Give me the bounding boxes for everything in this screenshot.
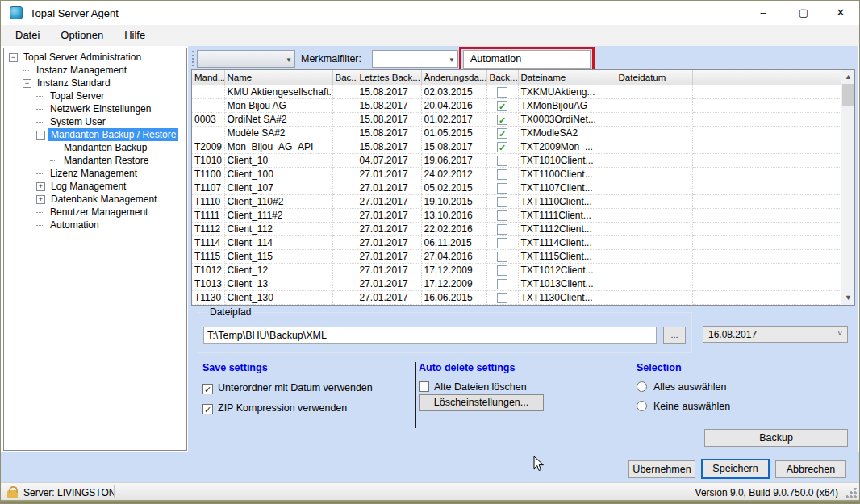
checkbox-icon[interactable] (419, 381, 429, 392)
table-cell (616, 153, 692, 167)
table-cell (332, 98, 357, 112)
tree-item-lizenz-management[interactable]: Lizenz Management (4, 167, 186, 180)
menu-item-optionen[interactable]: Optionen (50, 25, 114, 46)
tree-item-netzwerk-einstellungen[interactable]: Netzwerk Einstellungen (4, 102, 186, 115)
column-header-blank[interactable] (692, 70, 841, 85)
tree-item-datenbank-management[interactable]: +Datenbank Management (4, 193, 186, 206)
backup-checkbox[interactable] (497, 87, 507, 98)
backup-checkbox[interactable]: ✓ (497, 101, 507, 111)
menu-item-datei[interactable]: Datei (5, 25, 50, 46)
table-row[interactable]: Modèle SA#215.08.201701.05.2015✓TXModleS… (192, 126, 841, 140)
table-row[interactable]: T1115Client_11527.01.201727.04.2016TXT11… (192, 249, 841, 263)
tree-item-mandanten-backup[interactable]: Mandanten Backup (4, 141, 186, 154)
backup-checkbox[interactable] (497, 265, 507, 276)
backup-checkbox[interactable] (497, 183, 507, 194)
column-header--nderungsda-[interactable]: Änderungsda... (421, 70, 486, 85)
column-header-dateidatum[interactable]: Dateidatum (616, 70, 692, 85)
backup-checkbox[interactable]: ✓ (497, 128, 507, 139)
backup-checkbox[interactable] (497, 156, 507, 166)
backup-checkbox[interactable] (497, 210, 507, 221)
resize-grip[interactable] (846, 488, 857, 498)
radio-alles[interactable]: Alles auswählen (637, 379, 726, 394)
table-row[interactable]: T1012Client_1227.01.201717.12.2009TXT101… (192, 263, 841, 277)
date-dropdown[interactable]: 16.08.2017 ˅ (703, 326, 848, 343)
tree-item-log-management[interactable]: +Log Management (4, 180, 186, 193)
collapse-icon[interactable]: − (36, 131, 45, 140)
scroll-up-icon[interactable]: ▲ (841, 70, 855, 84)
radio-icon[interactable] (637, 401, 647, 411)
browse-button[interactable]: ... (663, 327, 686, 344)
dateipfad-input[interactable] (203, 327, 657, 344)
merkmalfilter-combobox[interactable]: ▼ (372, 50, 458, 68)
menu-item-hilfe[interactable]: Hilfe (114, 25, 156, 46)
tree-item-mandanten-backup-restore[interactable]: −Mandanten Backup / Restore (4, 128, 186, 141)
minimize-button[interactable]: – (748, 1, 779, 24)
backup-checkbox[interactable] (497, 252, 507, 262)
table-row[interactable]: T1107Client_10727.01.201705.02.2015TXT11… (192, 181, 841, 194)
table-row[interactable]: T1110Client_110#227.01.201719.10.2015TXT… (192, 194, 841, 208)
backup-checkbox[interactable] (497, 279, 507, 289)
checkbox-alte-dateien[interactable]: Alte Dateien löschen (419, 379, 527, 394)
radio-icon[interactable] (637, 381, 647, 392)
table-cell (616, 167, 692, 181)
close-button[interactable]: ✕ (825, 1, 856, 24)
table-row[interactable]: Mon Bijou AG15.08.201720.04.2016✓TXMonBi… (192, 98, 841, 112)
maximize-button[interactable]: ▢ (788, 1, 819, 24)
table-row[interactable]: T1112Client_11227.01.201722.02.2016TXT11… (192, 222, 841, 235)
backup-checkbox[interactable]: ✓ (497, 115, 507, 125)
save-button[interactable]: Speichern (701, 459, 770, 479)
table-row[interactable]: T1130Client_13027.01.201716.06.2015TXT11… (192, 290, 841, 304)
tree-item-mandanten-restore[interactable]: Mandanten Restore (4, 154, 186, 167)
divider (114, 485, 115, 498)
checkbox-zip[interactable]: ✓ZIP Kompression verwenden (202, 400, 347, 414)
backup-checkbox[interactable] (497, 169, 507, 180)
apply-button[interactable]: Übernehmen (628, 460, 695, 478)
collapse-icon[interactable]: − (9, 53, 18, 62)
table-cell (616, 222, 692, 235)
tree-item-topal-server-administration[interactable]: −Topal Server Administration (4, 51, 186, 64)
tree-item-instanz-standard[interactable]: −Instanz Standard (4, 77, 186, 90)
column-header-letztes-back-[interactable]: Letztes Back... (357, 70, 421, 85)
tree-item-automation[interactable]: Automation (4, 219, 186, 231)
tree-item-system-user[interactable]: System User (4, 115, 186, 128)
checkbox-icon[interactable]: ✓ (202, 384, 213, 394)
column-header-bac-[interactable]: Bac... (332, 70, 357, 85)
tree-item-benutzer-management[interactable]: Benutzer Management (4, 206, 186, 219)
column-header-name[interactable]: Name (224, 70, 332, 85)
expand-icon[interactable]: + (36, 195, 45, 204)
instance-combobox[interactable]: ▼ (197, 50, 295, 68)
table-row[interactable]: T2009Mon_Bijou_AG_API15.08.201715.08.201… (192, 140, 841, 153)
checkbox-unterordner[interactable]: ✓Unterordner mit Datum verwenden (202, 380, 373, 394)
backup-checkbox[interactable] (497, 224, 507, 235)
table-cell: 27.01.2017 (357, 208, 421, 222)
checkbox-icon[interactable]: ✓ (202, 404, 213, 414)
table-row[interactable]: KMU Aktiengesellschaft...15.08.201702.03… (192, 85, 841, 98)
scrollbar-thumb[interactable] (842, 84, 854, 106)
vertical-scrollbar[interactable]: ▲ ▼ (841, 70, 854, 305)
radio-keine[interactable]: Keine auswählen (637, 398, 730, 413)
table-cell: 27.01.2017 (357, 222, 421, 235)
column-header-dateiname[interactable]: Dateiname (518, 70, 616, 85)
table-row[interactable]: T1111Client_111#227.01.201713.10.2016TXT… (192, 208, 841, 222)
backup-checkbox[interactable] (497, 238, 507, 248)
table-row[interactable]: 0003OrdiNet SA#215.08.201701.02.2017✓TX0… (192, 112, 841, 126)
backup-checkbox[interactable] (497, 293, 507, 303)
backup-button[interactable]: Backup (704, 429, 848, 447)
collapse-icon[interactable]: − (23, 79, 31, 88)
cancel-button[interactable]: Abbrechen (775, 460, 846, 478)
table-row[interactable]: T1013Client_1327.01.201717.12.2009TXT101… (192, 277, 841, 290)
tree-item-instanz-management[interactable]: Instanz Management (4, 64, 186, 77)
table-row[interactable]: T1100Client_10027.01.201724.02.2012TXT11… (192, 167, 841, 181)
column-header-mand-[interactable]: Mand... (192, 70, 224, 85)
backup-checkbox[interactable] (497, 197, 507, 207)
scroll-down-icon[interactable]: ▼ (841, 291, 855, 305)
tree-item-topal-server[interactable]: Topal Server (4, 90, 186, 102)
loescheinstellungen-button[interactable]: Löscheinstellungen... (419, 394, 544, 411)
search-input[interactable]: Automation (463, 50, 591, 69)
expand-icon[interactable]: + (36, 182, 45, 191)
table-row[interactable]: T1114Client_11427.01.201706.11.2015TXT11… (192, 235, 841, 249)
table-cell: 15.08.2017 (357, 98, 421, 112)
table-row[interactable]: T1010Client_1004.07.201719.06.2017TXT101… (192, 153, 841, 167)
column-header-back-[interactable]: Back... (486, 70, 518, 85)
backup-checkbox[interactable]: ✓ (497, 142, 507, 152)
